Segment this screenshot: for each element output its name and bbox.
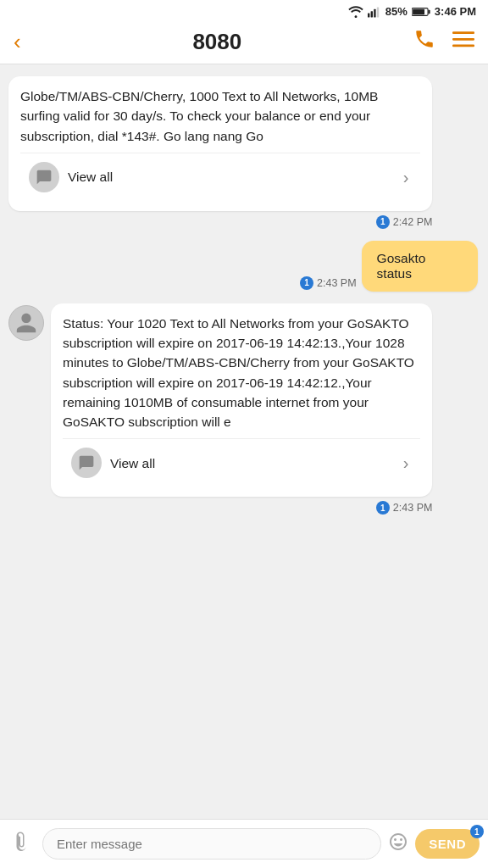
bubble-2: Gosakto status (362, 241, 479, 292)
badge-3: 1 (376, 501, 390, 515)
svg-rect-1 (370, 11, 372, 17)
view-all-2[interactable]: View all › (63, 438, 420, 487)
avatar-3 (8, 305, 44, 341)
status-bar: 85% 3:46 PM (0, 0, 488, 21)
svg-rect-9 (452, 45, 474, 47)
timestamp-1-row: 1 2:42 PM (8, 215, 432, 229)
send-button[interactable]: SEND 1 (415, 829, 480, 859)
svg-rect-6 (413, 8, 424, 14)
message-input[interactable] (42, 828, 381, 860)
attach-button[interactable] (8, 832, 36, 857)
message-1: Globe/TM/ABS-CBN/Cherry, 1000 Text to Al… (8, 76, 432, 229)
view-all-1[interactable]: View all › (20, 153, 420, 201)
back-button[interactable]: ‹ (14, 29, 21, 55)
svg-rect-8 (452, 38, 474, 41)
send-label: SEND (429, 837, 466, 851)
svg-rect-3 (377, 7, 379, 17)
status-icons: 85% 3:46 PM (348, 5, 476, 18)
call-button[interactable] (413, 28, 435, 55)
view-all-label-1: View all (68, 167, 113, 186)
view-all-label-2: View all (110, 453, 155, 473)
timestamp-1: 2:42 PM (393, 216, 433, 228)
view-all-icon-1 (29, 162, 59, 192)
svg-rect-2 (374, 8, 375, 17)
emoji-button[interactable] (388, 832, 408, 857)
message-1-text: Globe/TM/ABS-CBN/Cherry, 1000 Text to Al… (20, 89, 378, 143)
battery-icon (412, 7, 430, 17)
input-bar: SEND 1 (0, 819, 488, 868)
header: ‹ 8080 (0, 21, 488, 64)
timestamp-3: 2:43 PM (393, 502, 433, 514)
time-display: 3:46 PM (435, 5, 476, 18)
svg-rect-7 (452, 31, 474, 34)
chevron-right-icon-1: › (403, 164, 409, 190)
view-all-icon-2 (71, 448, 102, 478)
header-actions (413, 28, 474, 55)
signal-icon (368, 6, 381, 18)
message-2: 1 2:43 PM Gosakto status (300, 241, 480, 292)
bubble-1: Globe/TM/ABS-CBN/Cherry, 1000 Text to Al… (8, 76, 432, 211)
badge-2: 1 (300, 276, 313, 290)
badge-1: 1 (376, 215, 390, 229)
svg-rect-5 (428, 9, 430, 13)
svg-rect-0 (368, 13, 369, 17)
menu-button[interactable] (452, 28, 474, 55)
wifi-icon (348, 6, 363, 18)
bubble-3: Status: Your 1020 Text to All Networks f… (51, 303, 432, 498)
message-3-text: Status: Your 1020 Text to All Networks f… (63, 316, 414, 429)
timestamp-2: 2:43 PM (317, 277, 357, 289)
chat-area: Globe/TM/ABS-CBN/Cherry, 1000 Text to Al… (0, 64, 488, 819)
send-badge: 1 (470, 825, 484, 838)
timestamp-3-row: 1 2:43 PM (8, 501, 432, 515)
contact-title: 8080 (192, 29, 241, 55)
battery-status: 85% (385, 5, 408, 18)
message-3: Status: Your 1020 Text to All Networks f… (8, 303, 432, 515)
chevron-right-icon-2: › (403, 450, 409, 476)
